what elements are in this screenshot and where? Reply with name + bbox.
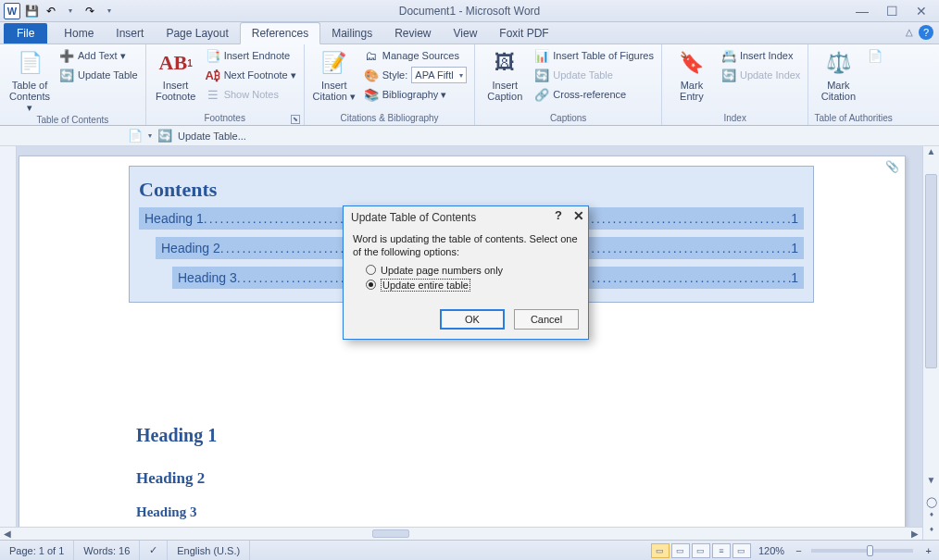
- cross-reference-button[interactable]: 🔗Cross-reference: [532, 85, 656, 104]
- style-icon: 🎨: [364, 68, 379, 82]
- radio-unselected-icon[interactable]: [366, 265, 376, 275]
- zoom-in-button[interactable]: +: [919, 545, 939, 556]
- toc-menu-caret-icon[interactable]: ▾: [148, 131, 152, 140]
- vscroll-thumb[interactable]: [925, 174, 937, 368]
- ok-button[interactable]: OK: [440, 309, 505, 330]
- insert-citation-button[interactable]: 📝 Insert Citation ▾: [310, 46, 358, 103]
- scroll-right-icon[interactable]: ▶: [908, 529, 922, 539]
- mark-citation-button[interactable]: ⚖️ Mark Citation: [814, 46, 862, 102]
- heading-3[interactable]: Heading 3: [136, 504, 196, 520]
- citation-icon: 📝: [319, 48, 349, 78]
- bibliography-button[interactable]: 📚Bibliography ▾: [362, 85, 470, 104]
- table-of-contents-button[interactable]: 📄 Table of Contents ▾: [6, 46, 54, 114]
- draft-view-button[interactable]: ▭: [732, 543, 751, 558]
- status-page[interactable]: Page: 1 of 1: [0, 541, 74, 560]
- tab-references[interactable]: References: [240, 22, 320, 44]
- maximize-button[interactable]: ☐: [885, 5, 898, 18]
- tab-mailings[interactable]: Mailings: [320, 23, 383, 44]
- manage-sources-button[interactable]: 🗂Manage Sources: [362, 46, 470, 65]
- scroll-left-icon[interactable]: ◀: [0, 529, 15, 539]
- ribbon: 📄 Table of Contents ▾ ➕Add Text ▾ 🔄Updat…: [0, 44, 939, 126]
- redo-icon[interactable]: ↷: [81, 3, 98, 19]
- citation-style-row: 🎨 Style: APA Fiftl▾: [362, 66, 470, 84]
- update-index-icon: 🔄: [721, 68, 736, 82]
- dialog-close-icon[interactable]: ✕: [573, 208, 584, 223]
- authorities-extra-icon[interactable]: 📄: [866, 46, 879, 65]
- minimize-button[interactable]: —: [856, 5, 869, 18]
- option-entire-table[interactable]: Update entire table: [366, 279, 579, 292]
- hscroll-thumb[interactable]: [372, 529, 409, 538]
- close-button[interactable]: ✕: [915, 5, 928, 18]
- insert-index-button[interactable]: 📇Insert Index: [720, 46, 802, 65]
- tab-page-layout[interactable]: Page Layout: [155, 23, 239, 44]
- group-captions: 🖼 Insert Caption 📊Insert Table of Figure…: [475, 44, 662, 125]
- status-words[interactable]: Words: 16: [74, 541, 140, 560]
- cancel-button[interactable]: Cancel: [514, 309, 579, 330]
- zoom-level[interactable]: 120%: [751, 545, 792, 556]
- insert-figures-button[interactable]: 📊Insert Table of Figures: [532, 46, 656, 65]
- tab-review[interactable]: Review: [383, 23, 442, 44]
- fullscreen-reading-view-button[interactable]: ▭: [671, 543, 690, 558]
- insert-footnote-button[interactable]: AB1 Insert Footnote: [152, 46, 200, 102]
- file-tab[interactable]: File: [4, 23, 47, 44]
- print-layout-view-button[interactable]: ▭: [651, 543, 670, 558]
- scroll-down-icon[interactable]: ▼: [923, 475, 939, 490]
- radio-selected-icon[interactable]: [366, 280, 376, 290]
- style-dropdown[interactable]: APA Fiftl▾: [411, 67, 467, 83]
- browse-object-icon[interactable]: ◯: [923, 496, 939, 508]
- footnotes-launcher-icon[interactable]: ⬊: [291, 115, 300, 124]
- update-table-button[interactable]: 🔄Update Table: [57, 66, 140, 84]
- status-proofing[interactable]: ✓: [140, 541, 168, 560]
- object-anchor-icon[interactable]: 📎: [885, 160, 899, 173]
- word-logo-icon: W: [4, 3, 20, 19]
- figures-icon: 📊: [534, 48, 549, 63]
- outline-view-button[interactable]: ≡: [712, 543, 731, 558]
- endnote-icon: 📑: [206, 48, 220, 63]
- qat-customize-icon[interactable]: ▾: [101, 3, 118, 19]
- update-captions-button: 🔄Update Table: [532, 66, 656, 84]
- toc-update-icon[interactable]: 🔄: [157, 129, 172, 143]
- mark-entry-button[interactable]: 🔖 Mark Entry: [668, 46, 716, 102]
- next-page-icon[interactable]: ⬧: [923, 523, 939, 538]
- horizontal-scrollbar[interactable]: ◀ ▶: [0, 527, 922, 540]
- add-text-button[interactable]: ➕Add Text ▾: [57, 46, 140, 65]
- group-citations: 📝 Insert Citation ▾ 🗂Manage Sources 🎨 St…: [305, 44, 476, 125]
- update-table-link[interactable]: Update Table...: [178, 131, 246, 142]
- status-language[interactable]: English (U.S.): [168, 541, 250, 560]
- vertical-ruler: [0, 146, 17, 540]
- undo-more-icon[interactable]: ▾: [62, 3, 79, 19]
- scroll-up-icon[interactable]: ▲: [923, 146, 939, 161]
- heading-2[interactable]: Heading 2: [136, 469, 205, 488]
- tab-foxit-pdf[interactable]: Foxit PDF: [488, 23, 559, 44]
- bibliography-icon: 📚: [364, 87, 379, 102]
- option-label: Update entire table: [381, 279, 470, 292]
- next-footnote-button[interactable]: A₿Next Footnote ▾: [204, 66, 298, 84]
- plus-icon: 📄: [868, 48, 883, 63]
- option-page-numbers[interactable]: Update page numbers only: [366, 265, 579, 276]
- tab-home[interactable]: Home: [53, 23, 105, 44]
- zoom-out-button[interactable]: −: [792, 545, 805, 556]
- show-notes-icon: ☰: [206, 87, 220, 102]
- minimize-ribbon-icon[interactable]: △: [906, 27, 913, 37]
- toc-menu-icon[interactable]: 📄: [128, 129, 143, 143]
- manage-sources-icon: 🗂: [364, 48, 379, 63]
- group-toc: 📄 Table of Contents ▾ ➕Add Text ▾ 🔄Updat…: [0, 44, 146, 125]
- save-icon[interactable]: 💾: [23, 3, 40, 19]
- update-index-button: 🔄Update Index: [720, 66, 802, 84]
- insert-endnote-button[interactable]: 📑Insert Endnote: [204, 46, 298, 65]
- insert-caption-button[interactable]: 🖼 Insert Caption: [481, 46, 529, 102]
- dialog-help-icon[interactable]: ?: [555, 208, 562, 223]
- zoom-knob[interactable]: [867, 545, 873, 556]
- zoom-slider[interactable]: [811, 549, 913, 553]
- caption-icon: 🖼: [490, 48, 520, 78]
- quick-access-toolbar: W 💾 ↶ ▾ ↷ ▾: [0, 3, 118, 19]
- heading-1[interactable]: Heading 1: [136, 425, 217, 446]
- dialog-titlebar[interactable]: Update Table of Contents ? ✕: [344, 206, 588, 229]
- web-layout-view-button[interactable]: ▭: [692, 543, 710, 558]
- undo-icon[interactable]: ↶: [43, 3, 59, 19]
- prev-page-icon[interactable]: ⬧: [923, 508, 939, 523]
- tab-insert[interactable]: Insert: [105, 23, 155, 44]
- vertical-scrollbar[interactable]: ▲ ▼ ◯ ⬧ ⬧: [922, 146, 939, 540]
- tab-view[interactable]: View: [443, 23, 489, 44]
- help-icon[interactable]: ?: [919, 25, 933, 40]
